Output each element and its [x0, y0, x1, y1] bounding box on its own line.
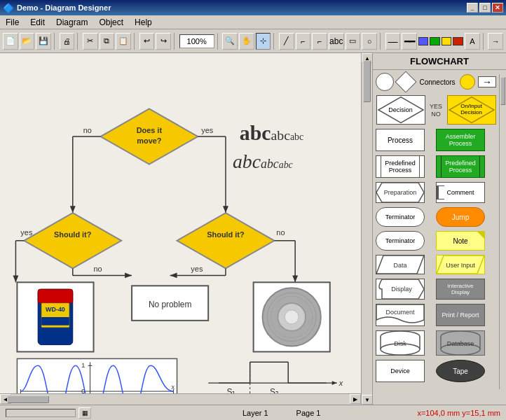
s1-label: S₁	[226, 387, 235, 393]
panel-diamond-shape[interactable]	[395, 71, 416, 92]
print-button[interactable]: 🖨	[60, 33, 75, 50]
app-icon: 🔷	[3, 3, 14, 13]
panel-jump-shape[interactable]: Jump	[436, 207, 485, 227]
panel-decision-shape[interactable]: Decision	[376, 95, 425, 125]
panel-predefined-row: PredefinedProcess PredefinedProcess	[376, 155, 496, 178]
save-button[interactable]: 💾	[36, 33, 51, 50]
scroll-thumb-v[interactable]	[363, 60, 371, 102]
rect-tool[interactable]: ▭	[346, 33, 361, 50]
panel-interactive-shape[interactable]: InteractiveDisplay	[436, 279, 485, 300]
minimize-button[interactable]: _	[467, 3, 478, 13]
select-button[interactable]: ⊹	[256, 33, 271, 50]
line-style-2[interactable]: ━━	[402, 33, 417, 50]
panel-comment-shape[interactable]: Comment	[436, 182, 485, 203]
panel-assembler-shape[interactable]: AssemblerProcess	[436, 129, 485, 151]
no-problem-label: No problem	[149, 300, 192, 309]
font-tool[interactable]: A	[465, 33, 480, 50]
menu-bar: File Edit Diagram Object Help	[0, 15, 506, 29]
toolbar: 📄 📂 💾 🖨 ✂ ⧉ 📋 ↩ ↪ 🔍 ✋ ⊹ ╱ ⌐ ⌐ abc ▭ ○ — …	[0, 29, 506, 53]
arrow-tool[interactable]: ╱	[279, 33, 294, 50]
svg-text:User Input: User Input	[446, 262, 475, 269]
wd40-can-top	[38, 289, 73, 303]
panel-arrow-right[interactable]: →	[478, 76, 496, 88]
menu-edit[interactable]: Edit	[25, 16, 50, 29]
scroll-thumb-h[interactable]	[7, 396, 49, 403]
color-picker-4[interactable]	[453, 37, 463, 46]
panel-database-shape[interactable]: Database	[436, 330, 485, 356]
status-coords: x=104,0 mm y=15,1 mm	[417, 409, 500, 417]
panel-tape-shape[interactable]: Tape	[436, 360, 485, 382]
status-page: Page 1	[296, 409, 321, 417]
panel-userinput-shape[interactable]: User Input	[436, 255, 485, 274]
ellipse-tool[interactable]: ○	[362, 33, 377, 50]
panel-predefined-right[interactable]: PredefinedProcess	[436, 155, 485, 178]
menu-diagram[interactable]: Diagram	[50, 16, 93, 29]
label-yes-bottom: yes	[20, 228, 33, 237]
panel-terminator-shape[interactable]: Terminator	[376, 207, 425, 227]
status-button[interactable]: ▦	[78, 407, 91, 419]
panel-print-shape[interactable]: Print / Report	[436, 304, 485, 326]
does-it-move-label2: move?	[137, 136, 161, 145]
text-tool[interactable]: abc	[329, 33, 344, 50]
scroll-down-arrow[interactable]: ▼	[362, 395, 373, 405]
arrow-end[interactable]: →	[488, 33, 503, 50]
panel-document-shape[interactable]: Document	[376, 304, 425, 326]
panel-process-row: Process AssemblerProcess	[376, 129, 496, 151]
wd40-text: WD-40	[46, 306, 65, 313]
open-button[interactable]: 📂	[20, 33, 35, 50]
scroll-right-arrow[interactable]: ▶	[350, 394, 361, 404]
s2-label: S₂	[270, 387, 279, 393]
line-style-1[interactable]: —	[385, 33, 401, 50]
new-button[interactable]: 📄	[3, 33, 18, 50]
panel-display-shape[interactable]: Display	[376, 279, 425, 300]
menu-object[interactable]: Object	[93, 16, 129, 29]
panel-predefined-left[interactable]: PredefinedProcess	[376, 155, 425, 178]
title-bar: 🔷 Demo - Diagram Designer _ □ ✕	[0, 0, 506, 15]
canvas-area[interactable]: abcabcabc abcabcabc Does it move? no	[0, 53, 373, 405]
menu-file[interactable]: File	[0, 16, 25, 29]
canvas-scrollbar-v[interactable]: ▲ ▼	[361, 53, 372, 405]
maximize-button[interactable]: □	[479, 3, 491, 13]
corner-tool[interactable]: ⌐	[312, 33, 327, 50]
panel-circle-shape[interactable]	[376, 73, 394, 91]
cut-button[interactable]: ✂	[83, 33, 98, 50]
close-button[interactable]: ✕	[492, 3, 503, 13]
panel-terminator2-shape[interactable]: Terminator	[376, 231, 425, 251]
canvas-scrollbar-h[interactable]: ◀ ▶	[0, 393, 361, 405]
label-yes-right: yes	[201, 126, 214, 134]
panel-process-shape[interactable]: Process	[376, 129, 425, 151]
panel-decision-row: Decision YES NO On/InputDecision	[376, 95, 496, 125]
color-picker-1[interactable]	[418, 37, 429, 46]
label-no-center: no	[94, 265, 102, 273]
panel-note-shape[interactable]: Note	[436, 231, 485, 251]
color-picker-3[interactable]	[442, 37, 452, 46]
copy-button[interactable]: ⧉	[100, 33, 115, 50]
paste-button[interactable]: 📋	[116, 33, 131, 50]
pan-button[interactable]: ✋	[239, 33, 254, 50]
yes-label: YES	[430, 103, 442, 110]
window-controls[interactable]: _ □ ✕	[467, 3, 503, 13]
undo-button[interactable]: ↩	[139, 33, 155, 50]
zoom-in-button[interactable]: 🔍	[222, 33, 238, 50]
svg-text:Document: Document	[385, 309, 415, 316]
panel-preparation-shape[interactable]: Preparation	[376, 182, 425, 203]
line-tool[interactable]: ⌐	[296, 33, 311, 50]
panel-data-shape[interactable]: Data	[376, 255, 425, 274]
menu-help[interactable]: Help	[129, 16, 158, 29]
panel-document-row: Document Print / Report	[376, 304, 496, 326]
svg-text:Database: Database	[447, 340, 474, 347]
main-area: abcabcabc abcabcabc Does it move? no	[0, 53, 506, 405]
panel-yellow-circle[interactable]	[460, 74, 475, 90]
redo-button[interactable]: ↪	[156, 33, 171, 50]
color-picker-2[interactable]	[430, 37, 440, 46]
panel-data-row: Data User Input	[376, 255, 496, 274]
panel-scroll-thumb[interactable]	[500, 77, 505, 105]
panel-scrollbar[interactable]	[499, 74, 506, 389]
zoom-input[interactable]	[179, 34, 214, 48]
panel-disk-shape[interactable]: Disk	[376, 330, 425, 356]
panel-prep-row: Preparation Comment	[376, 182, 496, 203]
panel-disk-row: Disk Database	[376, 330, 496, 356]
panel-device-shape[interactable]: Device	[376, 360, 425, 382]
svg-text:Display: Display	[391, 286, 412, 293]
panel-on-input-shape[interactable]: On/InputDecision	[447, 95, 496, 125]
